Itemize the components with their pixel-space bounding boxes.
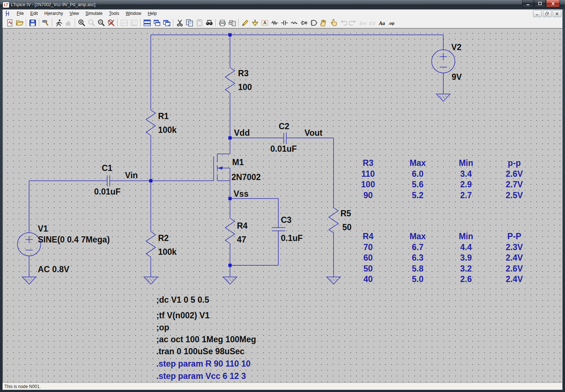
menu-window[interactable]: Window bbox=[122, 10, 145, 17]
run-icon[interactable] bbox=[54, 18, 63, 28]
control-panel-icon[interactable] bbox=[41, 18, 50, 28]
label-c3-ref[interactable]: C3 bbox=[281, 216, 291, 225]
sweep-table-r4[interactable]: R4MaxMinP-P706.74.42.3V606.33.92.4V505.8… bbox=[343, 232, 538, 285]
label-r3-ref[interactable]: R3 bbox=[238, 69, 249, 78]
cut-icon[interactable] bbox=[175, 18, 184, 28]
menu-file[interactable]: File bbox=[13, 10, 27, 17]
drag-icon[interactable] bbox=[329, 18, 338, 28]
net-label-vin[interactable]: Vin bbox=[125, 171, 138, 180]
ground-symbol[interactable] bbox=[327, 277, 340, 284]
resistor-r1[interactable] bbox=[146, 110, 156, 135]
label-c3-val[interactable]: 0.1uF bbox=[281, 234, 303, 243]
print-preview-icon[interactable] bbox=[227, 18, 237, 28]
main-toolbar: AEmE3Aa.op bbox=[3, 17, 562, 28]
spice-directive-text[interactable]: .step param Vcc 6 12 3 bbox=[156, 371, 246, 381]
label-r1-ref[interactable]: R1 bbox=[158, 112, 169, 121]
resistor-r2[interactable] bbox=[146, 232, 156, 257]
resistor-icon[interactable] bbox=[270, 18, 279, 28]
sweep-table-r3[interactable]: R3MaxMinp-p1106.03.42.6V1005.62.92.7V905… bbox=[343, 158, 538, 201]
cascade-icon[interactable] bbox=[152, 18, 161, 28]
ground-icon[interactable] bbox=[250, 18, 259, 28]
label-c1-ref[interactable]: C1 bbox=[102, 164, 112, 173]
resistor-r3[interactable] bbox=[225, 68, 235, 93]
ground-symbol[interactable] bbox=[144, 277, 158, 284]
menu-simulate[interactable]: Simulate bbox=[82, 10, 106, 17]
label-v1-ac[interactable]: AC 0.8V bbox=[38, 265, 69, 274]
label-r2-val[interactable]: 100k bbox=[158, 248, 177, 257]
spice-directive-icon[interactable]: .op bbox=[388, 18, 397, 28]
new-schematic-icon[interactable] bbox=[5, 18, 14, 28]
label-r2-ref[interactable]: R2 bbox=[158, 234, 169, 243]
spice-directive-text[interactable]: ;ac oct 100 1Meg 100Meg bbox=[156, 335, 256, 344]
ground-symbol[interactable] bbox=[223, 277, 237, 284]
table-cell: 3.4 bbox=[442, 169, 490, 180]
resistor-r5[interactable] bbox=[329, 208, 338, 233]
vsource-v2[interactable] bbox=[432, 50, 455, 73]
text-icon[interactable]: Aa bbox=[378, 18, 387, 28]
mdi-minimize-button[interactable] bbox=[533, 10, 542, 17]
spice-directive-text[interactable]: .tran 0 100uSe 98uSec bbox=[156, 347, 245, 356]
capacitor-c3[interactable] bbox=[272, 228, 285, 231]
net-label-vss[interactable]: Vss bbox=[234, 189, 249, 199]
label-c1-val[interactable]: 0.01uF bbox=[94, 187, 121, 196]
wire-icon[interactable] bbox=[241, 18, 250, 28]
copy-icon[interactable] bbox=[185, 18, 194, 28]
ground-symbol[interactable] bbox=[436, 94, 450, 101]
label-v1-ref[interactable]: V1 bbox=[38, 224, 48, 233]
inductor-icon[interactable] bbox=[290, 18, 299, 28]
spice-directive-text[interactable]: .step param R 90 110 10 bbox=[156, 359, 251, 369]
menu-edit[interactable]: Edit bbox=[27, 10, 41, 17]
label-r4-val[interactable]: 47 bbox=[237, 235, 246, 244]
menu-help[interactable]: Help bbox=[145, 10, 160, 17]
label-v2-ref[interactable]: V2 bbox=[451, 43, 461, 52]
status-text: This is node N001. bbox=[4, 384, 41, 389]
zoom-out-icon[interactable] bbox=[97, 18, 106, 28]
label-c2-val[interactable]: 0.01uF bbox=[270, 144, 297, 154]
spice-directive-text[interactable]: ;op bbox=[156, 323, 169, 332]
maximize-button[interactable] bbox=[534, 0, 546, 7]
mdi-restore-button[interactable] bbox=[543, 10, 552, 17]
tile-horizontal-icon[interactable] bbox=[142, 18, 152, 28]
diode-icon[interactable] bbox=[299, 18, 308, 28]
net-label-vdd[interactable]: Vdd bbox=[234, 128, 250, 138]
print-icon[interactable] bbox=[218, 18, 227, 28]
find-icon[interactable] bbox=[205, 18, 214, 28]
spice-directive-text[interactable]: ;dc V1 0 5 0.5 bbox=[156, 295, 209, 305]
component-icon[interactable] bbox=[309, 18, 318, 28]
zoom-in-icon[interactable] bbox=[77, 18, 86, 28]
menu-view[interactable]: View bbox=[66, 10, 82, 17]
label-v1-val[interactable]: SINE(0 0.4 7Mega) bbox=[38, 235, 110, 244]
capacitor-c1[interactable] bbox=[107, 175, 110, 186]
close-button[interactable] bbox=[546, 0, 560, 7]
menu-hierarchy[interactable]: Hierarchy bbox=[41, 10, 66, 17]
move-icon[interactable] bbox=[319, 18, 328, 28]
vsource-v1[interactable] bbox=[17, 233, 41, 256]
label-r5-val[interactable]: 50 bbox=[342, 223, 352, 232]
mdi-close-button[interactable] bbox=[553, 10, 561, 17]
label-r5-ref[interactable]: R5 bbox=[340, 209, 351, 218]
label-m1-ref[interactable]: M1 bbox=[232, 158, 244, 167]
capacitor-c2[interactable] bbox=[284, 133, 286, 144]
label-m1-val[interactable]: 2N7002 bbox=[231, 173, 261, 182]
spice-directive-text[interactable]: ;tf V(n002) V1 bbox=[156, 311, 210, 320]
label-r3-val[interactable]: 100 bbox=[238, 83, 252, 92]
label-icon[interactable]: A bbox=[260, 18, 269, 28]
capacitor-icon[interactable] bbox=[280, 18, 289, 28]
save-icon[interactable] bbox=[28, 18, 37, 28]
label-v2-val[interactable]: 9V bbox=[452, 73, 462, 82]
menu-tools[interactable]: Tools bbox=[106, 10, 122, 17]
label-r4-ref[interactable]: R4 bbox=[237, 221, 247, 230]
minimize-button[interactable] bbox=[522, 0, 534, 7]
tile-vertical-icon[interactable] bbox=[162, 18, 171, 28]
svg-text:A: A bbox=[263, 20, 266, 25]
net-label-vout[interactable]: Vout bbox=[304, 128, 322, 138]
resistor-r4[interactable] bbox=[225, 218, 235, 244]
label-c2-ref[interactable]: C2 bbox=[279, 122, 289, 131]
schematic-document-icon bbox=[4, 10, 11, 17]
schematic-canvas[interactable]: C1 0.01uF Vin V1 SINE(0 0.4 7Mega) AC 0.… bbox=[3, 28, 562, 383]
open-file-icon[interactable] bbox=[15, 18, 24, 28]
ground-symbol[interactable] bbox=[22, 277, 36, 284]
mosfet-m1[interactable] bbox=[214, 154, 230, 181]
label-r1-val[interactable]: 100k bbox=[158, 126, 177, 135]
zoom-undo-icon[interactable] bbox=[106, 18, 116, 28]
